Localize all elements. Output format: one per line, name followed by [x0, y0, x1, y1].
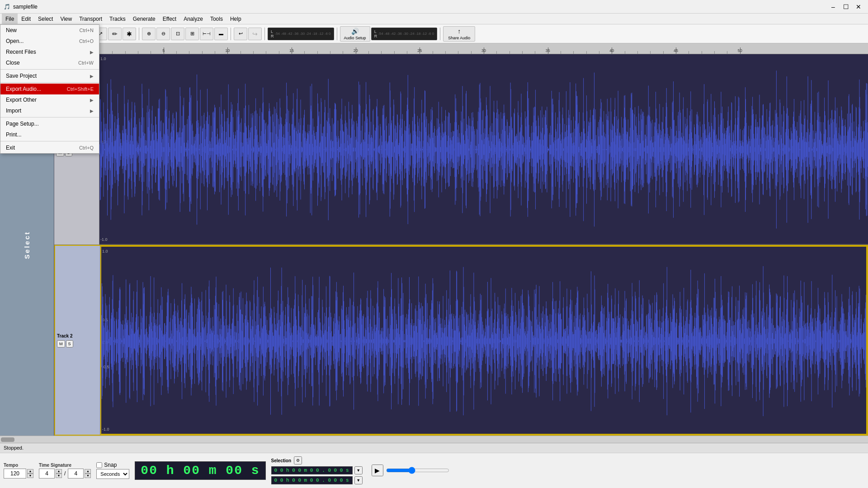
menu-transport[interactable]: Transport	[75, 14, 106, 24]
draw-tool-button[interactable]: ✏	[108, 28, 122, 40]
separator-4	[264, 28, 265, 40]
menu-tracks[interactable]: Tracks	[106, 14, 129, 24]
menu-generate[interactable]: Generate	[129, 14, 159, 24]
ruler-minor-tick	[138, 51, 138, 54]
menu-import[interactable]: Import ▶	[0, 105, 99, 116]
track-2-mute[interactable]: M	[57, 340, 65, 347]
tempo-stepper: ▲ ▼	[27, 469, 33, 478]
menu-export-label: Export Audio...	[6, 86, 41, 92]
time-sig-den-up[interactable]: ▲	[85, 469, 91, 474]
window-title: samplefile	[13, 4, 38, 10]
h-scrollbar-thumb[interactable]	[1, 437, 14, 442]
ruler-minor-tick	[689, 51, 689, 54]
time-sig-num-down[interactable]: ▼	[56, 474, 62, 478]
menu-close-label: Close	[6, 60, 20, 66]
ruler-minor-tick	[381, 51, 382, 54]
selection-gear[interactable]: ⚙	[294, 456, 302, 465]
audio-setup-button[interactable]: 🔊 Audio Setup	[340, 26, 370, 42]
zoom-selection-button[interactable]: ⊡	[171, 28, 184, 40]
collapse-button[interactable]: ⊢⊣	[200, 28, 213, 40]
menu-close[interactable]: Close Ctrl+W	[0, 57, 99, 68]
menu-new[interactable]: New Ctrl+N	[0, 25, 99, 36]
track-2-solo[interactable]: S	[66, 340, 73, 347]
menu-tools[interactable]: Tools	[207, 14, 226, 24]
ruler-minor-tick	[433, 51, 433, 54]
snap-checkbox[interactable]	[96, 462, 102, 468]
time-display-value: 00 h 00 m 00 s	[141, 464, 259, 478]
ruler-minor-tick	[279, 51, 279, 54]
h-scrollbar[interactable]	[0, 436, 868, 443]
redo-button[interactable]: ↪	[248, 28, 262, 40]
track-1-row: Track 1 M S 1.0 0.0 -1.0	[54, 54, 868, 245]
playback-slider[interactable]	[386, 467, 449, 474]
selection-start-display: 0 0 h 0 0 m 0 0 . 0 0 0 s	[271, 466, 353, 474]
ruler-minor-tick	[471, 51, 472, 54]
selection-start-row: 0 0 h 0 0 m 0 0 . 0 0 0 s ▼	[271, 466, 363, 474]
ruler-minor-tick	[151, 51, 151, 54]
play-vu-scale: -54 -48 -42 -36 -30 -24 -18 -12 -6 0	[378, 32, 434, 36]
tempo-up[interactable]: ▲	[27, 469, 33, 474]
menu-open[interactable]: Open... Ctrl+O	[0, 36, 99, 47]
title-bar: 🎵 samplefile – ☐ ✕	[0, 0, 868, 14]
selection-start-stepper[interactable]: ▼	[354, 466, 363, 474]
time-sig-num-input[interactable]	[39, 469, 55, 479]
menu-help[interactable]: Help	[226, 14, 245, 24]
tracks-container: Select Track 1 M S 1.0 0.0 -1.0	[0, 54, 868, 436]
time-sig-den-stepper: ▲ ▼	[85, 469, 91, 478]
selection-end-stepper[interactable]: ▼	[354, 476, 363, 484]
menu-save-project[interactable]: Save Project ▶	[0, 70, 99, 81]
time-sig-den-input[interactable]	[68, 469, 84, 479]
play-green-button[interactable]: ▶	[372, 465, 383, 476]
selection-label: Selection	[271, 458, 291, 463]
time-sig-den-down[interactable]: ▼	[85, 474, 91, 478]
zoom-out-button[interactable]: ⊖	[156, 28, 170, 40]
playback-slider-section	[386, 467, 449, 474]
time-sig-label: Time Signature	[39, 463, 91, 468]
menu-recent-files[interactable]: Recent Files ▶	[0, 47, 99, 57]
ruler-minor-tick	[202, 51, 203, 54]
menu-export-other[interactable]: Export Other ▶	[0, 94, 99, 105]
menu-recent-label: Recent Files	[6, 49, 36, 55]
time-sig-slash: /	[63, 470, 67, 477]
snap-row: Snap	[96, 462, 129, 468]
multi-tool-button[interactable]: ✱	[123, 28, 136, 40]
menu-exit[interactable]: Exit Ctrl+Q	[0, 142, 99, 153]
menu-page-setup[interactable]: Page Setup...	[0, 118, 99, 129]
main-area: 5101520253035404550 Select Track 1 M S 1…	[0, 43, 868, 443]
menu-open-label: Open...	[6, 38, 24, 44]
zoom-fit-button[interactable]: ⊞	[185, 28, 199, 40]
menu-select[interactable]: Select	[34, 14, 57, 24]
menu-file[interactable]: File	[2, 14, 18, 24]
maximize-button[interactable]: ☐	[840, 2, 852, 11]
menu-effect[interactable]: Effect	[159, 14, 180, 24]
selection-header: Selection ⚙	[271, 456, 363, 465]
minimize-button[interactable]: –	[827, 2, 839, 11]
menu-new-shortcut: Ctrl+N	[80, 28, 94, 33]
menu-print[interactable]: Print...	[0, 129, 99, 140]
zoom-in-button[interactable]: ⊕	[142, 28, 156, 40]
share-audio-button[interactable]: ↑ Share Audio	[443, 26, 475, 42]
ruler-label-45: 45	[674, 48, 678, 53]
menu-view[interactable]: View	[57, 14, 75, 24]
silence-button[interactable]: ▬	[214, 28, 228, 40]
menu-export-audio[interactable]: Export Audio... Ctrl+Shift+E	[0, 84, 99, 94]
undo-button[interactable]: ↩	[234, 28, 247, 40]
track-2-row: Track 2 M S 1.0 0.5 0.0 -0.5 -1.0	[54, 245, 868, 436]
menu-import-arrow: ▶	[90, 108, 94, 113]
snap-section: Snap Seconds Beats Bars	[96, 462, 129, 479]
ruler-label-20: 20	[354, 48, 358, 53]
ruler-minor-tick	[663, 51, 664, 54]
ruler-content: 5101520253035404550	[99, 43, 868, 54]
menu-edit[interactable]: Edit	[18, 14, 34, 24]
ruler-minor-tick	[368, 51, 369, 54]
snap-select[interactable]: Seconds Beats Bars	[96, 469, 129, 479]
menu-analyze[interactable]: Analyze	[180, 14, 207, 24]
menu-print-label: Print...	[6, 131, 22, 138]
time-sig-num-up[interactable]: ▲	[56, 469, 62, 474]
tempo-down[interactable]: ▼	[27, 474, 33, 478]
ruler-label-10: 10	[225, 48, 230, 53]
separator-d	[0, 141, 99, 141]
menu-export-other-arrow: ▶	[90, 98, 94, 103]
close-button[interactable]: ✕	[853, 2, 864, 11]
tempo-input[interactable]	[4, 469, 26, 479]
